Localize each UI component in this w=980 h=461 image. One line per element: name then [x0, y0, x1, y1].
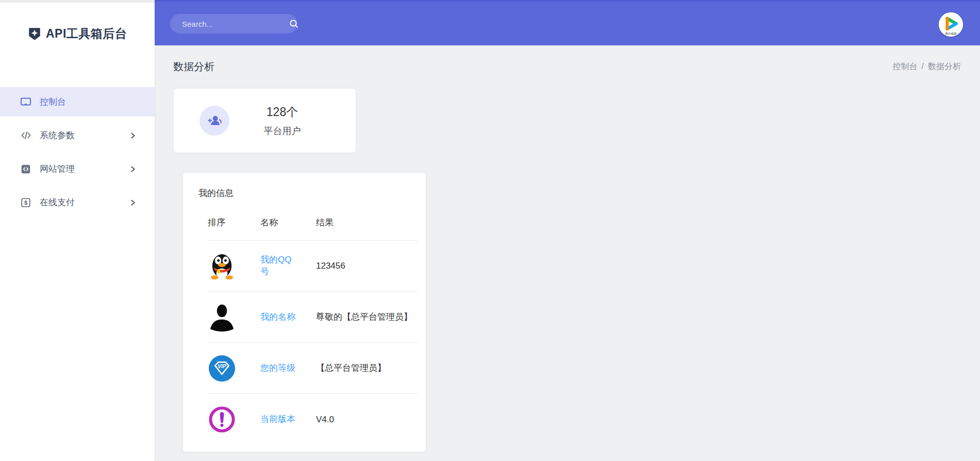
sidebar-item-console[interactable]: 控制台 [0, 87, 155, 117]
search-input[interactable] [170, 20, 289, 28]
info-card: 我的信息 排序 名称 结果 [183, 173, 426, 452]
app-logo: API工具箱后台 [28, 26, 127, 42]
sidebar-item-website-mgmt[interactable]: 网站管理 [0, 154, 155, 184]
row-link-version[interactable]: 当前版本 [260, 414, 295, 425]
row-result-name: 尊敬的【总平台管理员】 [316, 311, 418, 323]
table-row-qq: 我的QQ号 123456 [208, 241, 418, 292]
breadcrumb: 控制台/数据分析 [893, 61, 961, 72]
breadcrumb-root[interactable]: 控制台 [893, 62, 918, 71]
sidebar-item-label: 系统参数 [40, 129, 75, 141]
sidebar-item-label: 在线支付 [40, 196, 75, 208]
column-header-sort: 排序 [208, 217, 260, 228]
sidebar: API工具箱后台 控制台 系统参数 [0, 0, 155, 461]
breadcrumb-current: 数据分析 [928, 62, 961, 71]
row-link-level[interactable]: 您的等级 [260, 363, 295, 374]
chevron-right-icon [129, 199, 136, 206]
sidebar-top-strip [0, 0, 155, 3]
sidebar-item-online-payment[interactable]: $ 在线支付 [0, 188, 155, 217]
sidebar-menu: 控制台 系统参数 网站管理 [0, 87, 155, 221]
chevron-right-icon [129, 166, 136, 172]
qq-icon [208, 252, 236, 281]
row-link-name[interactable]: 我的名称 [260, 311, 295, 323]
info-card-title: 我的信息 [183, 173, 426, 199]
row-link-qq[interactable]: 我的QQ号 [260, 254, 300, 278]
search-icon[interactable] [289, 19, 299, 29]
sidebar-item-label: 控制台 [40, 96, 66, 108]
table-row-version: 当前版本 V4.0 [208, 394, 418, 445]
table-header-row: 排序 名称 结果 [208, 217, 418, 241]
sidebar-item-system-params[interactable]: 系统参数 [0, 121, 155, 150]
row-result-level: 【总平台管理员】 [316, 362, 418, 374]
svg-text:$: $ [24, 199, 27, 205]
stat-text: 128个 平台用户 [229, 104, 356, 137]
stat-card-platform-users: 128个 平台用户 [174, 89, 356, 153]
breadcrumb-separator: / [922, 62, 924, 71]
sidebar-item-label: 网站管理 [40, 163, 75, 175]
add-user-icon [200, 106, 229, 136]
topbar: 腾讯视频 [155, 0, 980, 45]
info-table: 排序 名称 结果 [208, 217, 418, 445]
svg-text:VIP: VIP [218, 364, 226, 369]
svg-text:腾讯视频: 腾讯视频 [945, 32, 957, 36]
table-row-name: 我的名称 尊敬的【总平台管理员】 [208, 292, 418, 343]
app-title: API工具箱后台 [46, 26, 127, 42]
monitor-icon [20, 96, 32, 108]
code-icon [20, 129, 32, 142]
vip-icon: VIP [208, 354, 236, 383]
avatar[interactable]: 腾讯视频 [939, 12, 963, 37]
main-content: 数据分析 控制台/数据分析 128个 平台用户 我的信息 排序 名称 结果 [155, 45, 980, 461]
app-badge-icon [28, 27, 41, 41]
page-head: 数据分析 控制台/数据分析 [155, 45, 980, 74]
column-header-name: 名称 [260, 217, 316, 228]
search-box[interactable] [170, 14, 297, 34]
chevron-right-icon [129, 132, 136, 139]
payment-icon: $ [20, 196, 32, 209]
user-silhouette-icon [208, 303, 236, 332]
row-result-qq: 123456 [316, 260, 418, 272]
stat-value: 128个 [229, 104, 335, 120]
stat-label: 平台用户 [229, 125, 335, 137]
row-result-version: V4.0 [316, 414, 418, 426]
page-title: 数据分析 [173, 60, 214, 74]
table-row-level: VIP 您的等级 【总平台管理员】 [208, 343, 418, 394]
version-warning-icon [208, 405, 236, 434]
tencent-video-play-icon: 腾讯视频 [939, 12, 963, 37]
website-icon [20, 163, 32, 175]
column-header-result: 结果 [316, 217, 418, 228]
